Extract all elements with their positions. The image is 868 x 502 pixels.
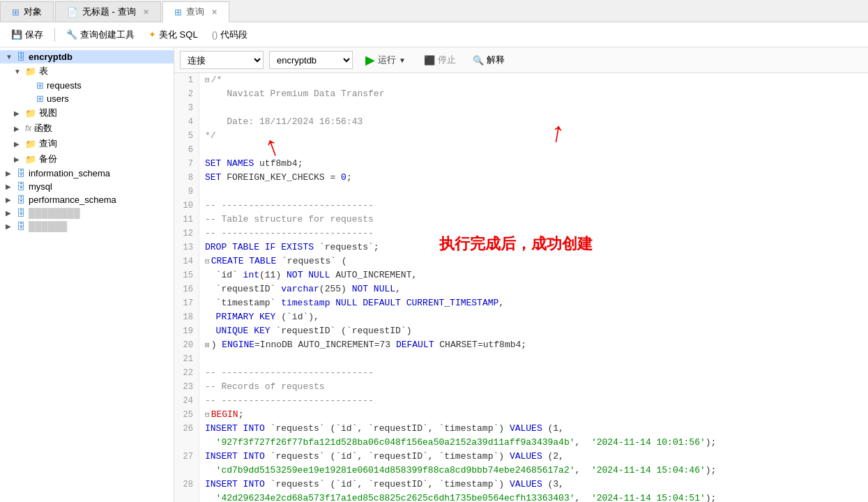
database-select[interactable]: encryptdb xyxy=(269,51,353,69)
code-snippet-button[interactable]: () 代码段 xyxy=(206,26,254,43)
line-number-9: 10 xyxy=(174,199,199,213)
sidebar-item-tables[interactable]: ▼ 📁 表 xyxy=(0,63,174,79)
fold-icon-19[interactable]: ⊠ xyxy=(205,341,210,349)
sidebar-item-backup[interactable]: ▶ 📁 备份 xyxy=(0,151,174,167)
fold-icon-13[interactable]: ⊟ xyxy=(205,257,210,266)
line-number-26 xyxy=(174,436,199,450)
code-line-14: 14⊟CREATE TABLE `requests` ( xyxy=(174,254,868,268)
query-builder-button[interactable]: 🔧 查询创建工具 xyxy=(61,26,140,43)
code-line-7: 7SET NAMES utf8mb4; xyxy=(174,157,868,171)
encryptdb-label: encryptdb xyxy=(29,52,73,62)
line-number-1: 2 xyxy=(174,87,199,101)
expand-functions-icon: ▶ xyxy=(14,125,22,132)
code-line-27: 27INSERT INTO `requests` (`id`, `request… xyxy=(174,450,868,464)
line-content-29: INSERT INTO `requests` (`id`, `requestID… xyxy=(199,478,564,492)
line-number-12: 13 xyxy=(174,241,199,254)
line-number-22: 23 xyxy=(174,380,199,394)
code-line-20: 20⊠) ENGINE=InnoDB AUTO_INCREMENT=73 DEF… xyxy=(174,338,868,352)
run-icon: ▶ xyxy=(365,52,375,68)
line-number-28 xyxy=(174,464,199,478)
queries-label: 查询 xyxy=(39,137,57,150)
line-content-30: '42d296234e2cd68a573f17a1ed85c8825c2625c… xyxy=(199,492,716,502)
line-content-22: -- Records of requests xyxy=(199,380,325,394)
explain-button[interactable]: 🔍 解释 xyxy=(467,52,510,68)
fold-icon-0[interactable]: ⊟ xyxy=(205,76,210,84)
sidebar-item-mysql[interactable]: ▶ 🗄 mysql xyxy=(0,180,174,193)
code-line-cont: 'cd7b9dd5153259ee19e19281e06014d858399f8… xyxy=(174,464,868,478)
expand-queries-icon: ▶ xyxy=(14,140,22,148)
code-line-26: 26INSERT INTO `requests` (`id`, `request… xyxy=(174,422,868,436)
sidebar-item-requests[interactable]: ⊞ requests xyxy=(0,79,174,92)
line-content-21: -- ---------------------------- xyxy=(199,366,374,380)
line-content-5 xyxy=(199,143,205,157)
beautify-sql-button[interactable]: ✦ 美化 SQL xyxy=(143,26,204,43)
line-number-29: 28 xyxy=(174,478,199,492)
sidebar-item-functions[interactable]: ▶ fx 函数 xyxy=(0,121,174,136)
sidebar-item-performance-schema[interactable]: ▶ 🗄 performance_schema xyxy=(0,193,174,206)
db-icon-sys: 🗄 xyxy=(17,208,26,218)
db-icon-performance-schema: 🗄 xyxy=(17,195,26,205)
sidebar-item-sys[interactable]: ▶ 🗄 ████████ xyxy=(0,206,174,220)
tab-objects[interactable]: ⊞ 对象 xyxy=(0,1,54,22)
sidebar-item-users[interactable]: ⊞ users xyxy=(0,92,174,105)
mysql-label: mysql xyxy=(29,181,52,192)
close-icon[interactable]: ✕ xyxy=(143,8,149,17)
sidebar-item-information-schema[interactable]: ▶ 🗄 information_schema xyxy=(0,167,174,180)
line-content-13: ⊟CREATE TABLE `requests` ( xyxy=(199,254,347,268)
queries-icon: 📁 xyxy=(25,139,36,149)
other-label: ██████ xyxy=(29,221,67,231)
fold-icon-24[interactable]: ⊟ xyxy=(205,411,210,419)
line-number-6: 7 xyxy=(174,157,199,171)
beautify-icon: ✦ xyxy=(149,29,156,40)
code-line-cont: '927f3f727f26f77bfa121d528ba06c048f156ea… xyxy=(174,436,868,450)
backup-icon: 📁 xyxy=(25,154,36,165)
code-line-21: 21 xyxy=(174,352,868,366)
line-content-1: Navicat Premium Data Transfer xyxy=(199,87,384,101)
line-number-5: 6 xyxy=(174,143,199,157)
code-editor[interactable]: 1⊟/*2 Navicat Premium Data Transfer34 Da… xyxy=(174,73,868,502)
line-content-3: Date: 18/11/2024 16:56:43 xyxy=(199,115,363,129)
line-content-27: INSERT INTO `requests` (`id`, `requestID… xyxy=(199,450,564,464)
views-label: 视图 xyxy=(39,107,57,119)
line-content-10: -- Table structure for requests xyxy=(199,213,374,227)
expand-sys-icon: ▶ xyxy=(6,209,14,217)
tab-query-untitled[interactable]: 📄 无标题 - 查询 ✕ xyxy=(55,1,161,22)
sidebar-item-encryptdb[interactable]: ▼ 🗄 encryptdb xyxy=(0,50,174,63)
line-number-11: 12 xyxy=(174,227,199,241)
save-button[interactable]: 💾 保存 xyxy=(6,26,49,43)
run-label: 运行 xyxy=(378,54,396,66)
code-line-3: 3 xyxy=(174,101,868,115)
run-button[interactable]: ▶ 运行 ▼ xyxy=(358,50,413,70)
code-line-6: 6 xyxy=(174,143,868,157)
save-icon: 💾 xyxy=(11,29,22,40)
line-content-14: `id` int(11) NOT NULL AUTO_INCREMENT, xyxy=(199,268,417,282)
explain-label: 解释 xyxy=(487,54,505,66)
code-line-13: 13DROP TABLE IF EXISTS `requests`; xyxy=(174,241,868,254)
db-icon-other: 🗄 xyxy=(17,221,26,231)
close-active-icon[interactable]: ✕ xyxy=(211,8,218,17)
sidebar-item-views[interactable]: ▶ 📁 视图 xyxy=(0,105,174,121)
line-content-20 xyxy=(199,352,205,366)
stop-button[interactable]: ⬛ 停止 xyxy=(418,52,462,68)
line-number-18: 19 xyxy=(174,324,199,338)
code-snippet-label: 代码段 xyxy=(220,29,248,41)
query-icon: 📄 xyxy=(67,7,78,17)
line-content-18: UNIQUE KEY `requestID` (`requestID`) xyxy=(199,324,411,338)
functions-icon: fx xyxy=(25,123,31,133)
tab-query-active[interactable]: ⊞ 查询 ✕ xyxy=(162,1,229,22)
tab-query-active-label: 查询 xyxy=(186,6,204,18)
code-line-2: 2 Navicat Premium Data Transfer xyxy=(174,87,868,101)
line-content-9: -- ---------------------------- xyxy=(199,199,374,213)
code-line-10: 10-- ---------------------------- xyxy=(174,199,868,213)
sidebar-item-queries[interactable]: ▶ 📁 查询 xyxy=(0,136,174,151)
line-content-26: '927f3f727f26f77bfa121d528ba06c048f156ea… xyxy=(199,436,716,450)
line-number-19: 20 xyxy=(174,338,199,352)
main-toolbar: 💾 保存 🔧 查询创建工具 ✦ 美化 SQL () 代码段 xyxy=(0,22,868,47)
sidebar-item-other[interactable]: ▶ 🗄 ██████ xyxy=(0,220,174,233)
query-panel: 连接 encryptdb ▶ 运行 ▼ ⬛ 停止 🔍 解释 1⊟/*2 Navi xyxy=(174,47,868,502)
query-builder-icon: 🔧 xyxy=(66,29,77,40)
requests-label: requests xyxy=(47,80,82,91)
line-content-7: SET FOREIGN_KEY_CHECKS = 0; xyxy=(199,171,352,185)
connection-select[interactable]: 连接 xyxy=(180,51,264,69)
line-content-17: PRIMARY KEY (`id`), xyxy=(199,310,319,324)
